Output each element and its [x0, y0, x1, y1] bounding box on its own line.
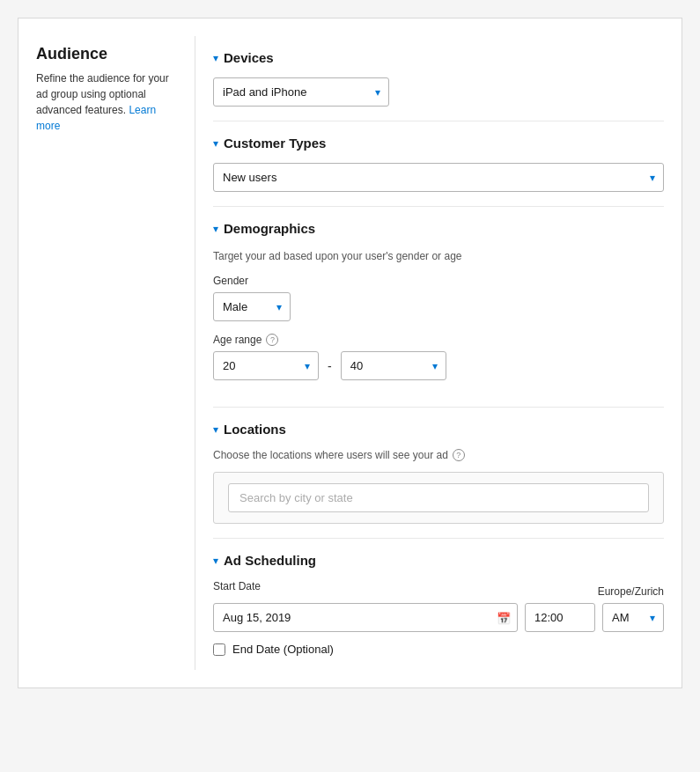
devices-section: ▾ Devices iPad and iPhone All Devices De… [213, 36, 664, 121]
age-range-field-group: Age range ? 13 18 20 25 30 35 [213, 334, 664, 380]
sidebar: Audience Refine the audience for your ad… [18, 36, 195, 670]
age-from-dropdown[interactable]: 13 18 20 25 30 35 40 45 50 55 65 [213, 351, 319, 380]
customer-types-dropdown[interactable]: New users Returning users All users [213, 163, 664, 192]
start-date-field-group: Start Date Europe/Zurich 📅 AM [213, 580, 664, 632]
main-content: ▾ Devices iPad and iPhone All Devices De… [195, 36, 682, 670]
devices-section-title: Devices [224, 50, 274, 65]
locations-search-input[interactable] [228, 483, 649, 512]
date-input-wrapper: 📅 [213, 603, 518, 632]
locations-help-icon[interactable]: ? [453, 449, 465, 461]
age-range-row: 13 18 20 25 30 35 40 45 50 55 65 [213, 351, 664, 380]
gender-dropdown-wrapper: Male Female All ▾ [213, 292, 291, 321]
gender-field-group: Gender Male Female All ▾ [213, 275, 664, 321]
devices-dropdown-wrapper: iPad and iPhone All Devices Desktop Mobi… [213, 77, 389, 107]
ad-scheduling-chevron-icon: ▾ [213, 555, 218, 567]
start-date-label: Start Date [213, 580, 261, 592]
start-time-input[interactable] [525, 603, 595, 632]
am-pm-wrapper: AM PM ▾ [602, 603, 664, 632]
start-date-row: Start Date Europe/Zurich 📅 AM [213, 580, 664, 632]
audience-card: Audience Refine the audience for your ad… [18, 18, 682, 688]
devices-section-header[interactable]: ▾ Devices [213, 50, 664, 65]
demographics-chevron-icon: ▾ [213, 223, 218, 235]
sidebar-description: Refine the audience for your ad group us… [36, 70, 177, 134]
age-range-help-icon[interactable]: ? [266, 334, 278, 346]
customer-types-chevron-icon: ▾ [213, 137, 218, 150]
demographics-section: ▾ Demographics Target your ad based upon… [213, 207, 664, 408]
start-date-inputs: 📅 AM PM ▾ [213, 603, 664, 632]
customer-types-section-header[interactable]: ▾ Customer Types [213, 136, 664, 151]
ad-scheduling-section-header[interactable]: ▾ Ad Scheduling [213, 553, 664, 568]
age-range-label: Age range ? [213, 334, 664, 346]
end-date-checkbox[interactable] [213, 643, 225, 656]
devices-chevron-icon: ▾ [213, 52, 218, 64]
locations-section: ▾ Locations Choose the locations where u… [213, 408, 664, 539]
locations-section-header[interactable]: ▾ Locations [213, 422, 664, 437]
demographics-section-header[interactable]: ▾ Demographics [213, 221, 664, 236]
age-to-wrapper: 20 25 30 35 40 45 50 55 65 65+ [341, 351, 446, 380]
age-to-dropdown[interactable]: 20 25 30 35 40 45 50 55 65 65+ [341, 351, 446, 380]
customer-types-dropdown-wrapper: New users Returning users All users ▾ [213, 163, 664, 192]
devices-dropdown[interactable]: iPad and iPhone All Devices Desktop Mobi… [213, 77, 389, 107]
gender-label: Gender [213, 275, 664, 287]
end-date-label: End Date (Optional) [232, 643, 334, 656]
am-pm-dropdown[interactable]: AM PM [602, 603, 664, 632]
gender-dropdown[interactable]: Male Female All [213, 292, 291, 321]
customer-types-section-title: Customer Types [224, 136, 326, 151]
sidebar-title: Audience [36, 45, 177, 63]
locations-section-title: Locations [224, 422, 286, 437]
ad-scheduling-section-title: Ad Scheduling [224, 553, 316, 568]
start-date-label-row: Start Date Europe/Zurich [213, 580, 664, 598]
age-from-wrapper: 13 18 20 25 30 35 40 45 50 55 65 [213, 351, 319, 380]
start-date-input[interactable] [213, 603, 518, 632]
ad-scheduling-section: ▾ Ad Scheduling Start Date Europe/Zurich… [213, 539, 664, 670]
locations-chevron-icon: ▾ [213, 423, 218, 436]
demographics-description: Target your ad based upon your user's ge… [213, 248, 664, 264]
locations-description: Choose the locations where users will se… [213, 449, 664, 461]
end-date-row: End Date (Optional) [213, 643, 664, 656]
age-range-separator: - [328, 359, 332, 373]
locations-search-box [213, 472, 664, 524]
demographics-section-title: Demographics [224, 221, 315, 236]
customer-types-section: ▾ Customer Types New users Returning use… [213, 121, 664, 207]
timezone-label: Europe/Zurich [598, 585, 664, 598]
